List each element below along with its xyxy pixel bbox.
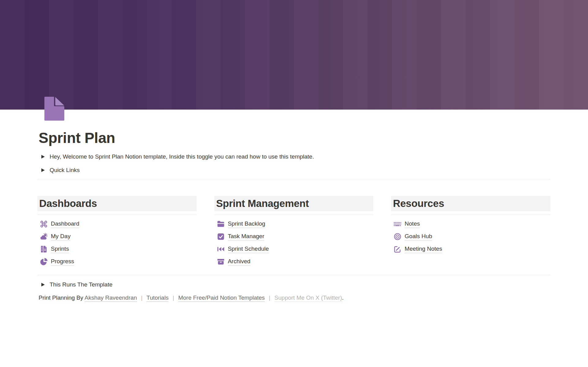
notion-page: Sprint Plan Hey, Welcome to Sprint Plan … <box>0 0 588 367</box>
page-link-label[interactable]: Progress <box>51 258 74 266</box>
column-header-label: Dashboards <box>39 198 97 209</box>
page-link-label[interactable]: My Day <box>51 233 70 241</box>
page-link-label[interactable]: Sprints <box>51 245 69 253</box>
column-header-label: Sprint Management <box>216 198 309 209</box>
column-header-label: Resources <box>393 198 444 209</box>
footer-link-tutorials[interactable]: Tutorials <box>146 294 168 302</box>
footer-prefix: Print Planning By <box>39 294 83 301</box>
toggle-runs-template[interactable]: This Runs The Template <box>39 280 550 290</box>
rewind-icon <box>217 245 225 253</box>
page-link-notes[interactable]: Notes <box>391 218 550 230</box>
document-page-icon <box>44 97 64 121</box>
cover-image[interactable] <box>0 0 588 110</box>
divider <box>214 215 374 215</box>
page-title[interactable]: Sprint Plan <box>39 129 550 147</box>
page-link-label[interactable]: Sprint Schedule <box>228 245 269 253</box>
page-link-label[interactable]: Dashboard <box>51 220 79 228</box>
divider <box>37 215 197 215</box>
page-link-label[interactable]: Meeting Notes <box>405 245 442 253</box>
page-content: Sprint Plan Hey, Welcome to Sprint Plan … <box>0 129 588 302</box>
toggle-runs-template-label: This Runs The Template <box>50 280 112 289</box>
footer-suffix-period: . <box>342 294 344 301</box>
pie-chart-icon <box>40 258 48 266</box>
toggle-quick-links-label: Quick Links <box>50 166 80 175</box>
page-link-dashboard[interactable]: Dashboard <box>37 218 197 230</box>
target-icon <box>394 233 401 241</box>
link-columns: Dashboards Dashboard <box>37 196 550 268</box>
page-link-sprint-backlog[interactable]: Sprint Backlog <box>214 218 374 230</box>
column-dashboards: Dashboards Dashboard <box>37 196 197 268</box>
footer-link-author[interactable]: Akshay Raveendran <box>85 294 137 302</box>
report-doc-icon <box>40 245 48 253</box>
divider <box>391 215 550 215</box>
page-icon[interactable] <box>44 97 64 121</box>
page-link-label[interactable]: Archived <box>228 258 251 266</box>
folder-icon <box>217 220 225 228</box>
footer-separator: | <box>141 294 142 301</box>
column-resources: Resources Notes <box>391 196 550 256</box>
toggle-welcome[interactable]: Hey, Welcome to Sprint Plan Notion templ… <box>39 152 550 162</box>
page-link-my-day[interactable]: My Day <box>37 230 197 243</box>
toggle-triangle-icon[interactable] <box>41 283 45 286</box>
divider <box>37 275 550 275</box>
toggle-quick-links[interactable]: Quick Links <box>39 166 550 175</box>
page-link-label[interactable]: Task Manager <box>228 233 264 241</box>
column-header: Sprint Management <box>214 196 374 211</box>
page-link-progress[interactable]: Progress <box>37 256 197 268</box>
page-link-label[interactable]: Sprint Backlog <box>228 220 266 228</box>
page-link-label[interactable]: Goals Hub <box>405 233 432 241</box>
compose-icon <box>394 245 401 253</box>
page-link-sprint-schedule[interactable]: Sprint Schedule <box>214 243 374 256</box>
toggle-welcome-label: Hey, Welcome to Sprint Plan Notion templ… <box>50 152 314 161</box>
column-header: Dashboards <box>37 196 197 211</box>
divider <box>37 179 550 179</box>
command-icon <box>40 220 48 228</box>
toggle-triangle-icon[interactable] <box>41 168 45 172</box>
page-link-label[interactable]: Notes <box>405 220 420 228</box>
page-link-meeting-notes[interactable]: Meeting Notes <box>391 243 550 256</box>
page-link-goals-hub[interactable]: Goals Hub <box>391 230 550 243</box>
keyboard-icon <box>394 220 401 228</box>
footer-separator: | <box>269 294 270 301</box>
checkbox-checked-icon <box>217 233 225 241</box>
column-header: Resources <box>391 196 550 211</box>
page-link-sprints[interactable]: Sprints <box>37 243 197 256</box>
footer-link-templates[interactable]: More Free/Paid Notion Templates <box>178 294 265 302</box>
page-link-archived[interactable]: Archived <box>214 256 374 268</box>
page-link-task-manager[interactable]: Task Manager <box>214 230 374 243</box>
archive-box-icon <box>217 258 225 266</box>
footer-separator: | <box>173 294 174 301</box>
footer-link-twitter[interactable]: Support Me On X (Twitter) <box>274 294 342 302</box>
footer-credits: Print Planning By Akshay Raveendran | Tu… <box>39 293 550 302</box>
sun-cloud-icon <box>40 233 48 241</box>
toggle-triangle-icon[interactable] <box>41 155 45 159</box>
column-sprint-management: Sprint Management Sprint Backlog <box>214 196 374 268</box>
